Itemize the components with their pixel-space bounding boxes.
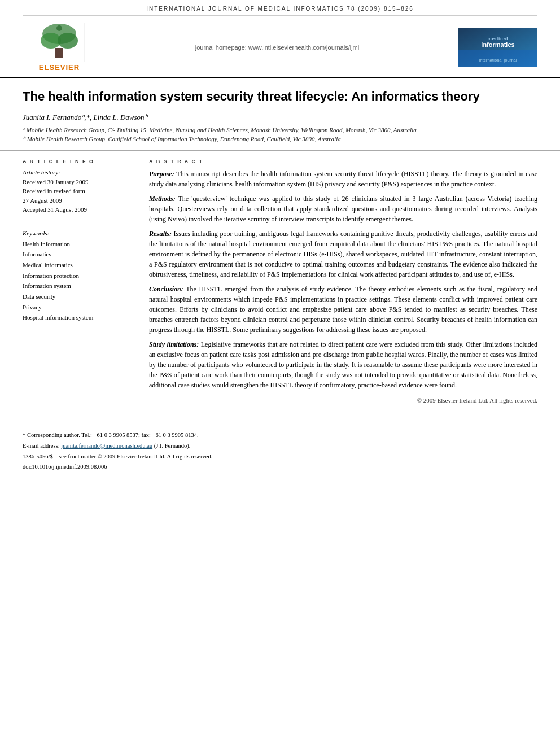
keyword-5: Information system — [23, 281, 127, 291]
elsevier-logo: ELSEVIER — [23, 23, 96, 72]
header-section: ELSEVIER journal homepage: www.intl.else… — [0, 16, 560, 78]
journal-logo-image: medical informatics international journa… — [458, 28, 537, 67]
keywords-label: Keywords: — [23, 230, 127, 237]
keyword-7: Privacy — [23, 302, 127, 313]
email-link[interactable]: juanita.fernando@med.monash.edu.au — [61, 443, 152, 449]
abstract-section: Purpose: This manuscript describes the h… — [149, 169, 537, 405]
svg-rect-4 — [55, 48, 63, 58]
keyword-6: Data security — [23, 291, 127, 302]
purpose-text: This manuscript describes the health inf… — [149, 170, 537, 188]
svg-text:international journal: international journal — [479, 58, 517, 63]
limitations-text: Legislative frameworks that are not rela… — [149, 340, 537, 389]
revised-date2: 27 August 2009 — [23, 196, 127, 206]
received-date: Received 30 January 2009 — [23, 177, 127, 187]
article-info-label: A R T I C L E I N F O — [23, 159, 127, 164]
accepted-date: Accepted 31 August 2009 — [23, 205, 127, 215]
abstract-conclusion: Conclusion: The HISSTL emerged from the … — [149, 284, 537, 335]
elsevier-tree-icon — [34, 23, 85, 62]
affiliation-b: ᵇ Mobile Health Research Group, Caulfiel… — [23, 136, 537, 143]
keywords-section: Keywords: Health information Informatics… — [23, 230, 127, 324]
right-column: A B S T R A C T Purpose: This manuscript… — [147, 159, 537, 405]
limitations-label: Study limitations: — [149, 340, 199, 348]
info-divider — [23, 224, 127, 224]
svg-point-3 — [58, 33, 78, 49]
abstract-results: Results: Issues including poor training,… — [149, 229, 537, 279]
email-line: E-mail address: juanita.fernando@med.mon… — [23, 442, 537, 451]
conclusion-label: Conclusion: — [149, 285, 183, 293]
journal-logo-box: medical informatics international journa… — [458, 28, 537, 67]
page: INTERNATIONAL JOURNAL OF MEDICAL INFORMA… — [0, 0, 560, 747]
journal-title-bar: INTERNATIONAL JOURNAL OF MEDICAL INFORMA… — [146, 6, 414, 12]
footer-section: * Corresponding author. Tel.: +61 0 3 99… — [0, 413, 560, 479]
copyright-line: © 2009 Elsevier Ireland Ltd. All rights … — [149, 396, 537, 405]
svg-point-5 — [56, 25, 62, 31]
affiliation-a: ᵃ Mobile Health Research Group, C/- Buil… — [23, 126, 537, 134]
article-title-section: The health information system security t… — [0, 78, 560, 151]
abstract-methods: Methods: The 'questerview' technique was… — [149, 194, 537, 224]
email-suffix: (J.I. Fernando). — [154, 443, 191, 449]
elsevier-brand-text: ELSEVIER — [39, 63, 80, 72]
author-names: Juanita I. Fernandoᵃ,*, Linda L. Dawsonᵇ — [23, 113, 148, 121]
abstract-label: A B S T R A C T — [149, 159, 537, 164]
rights-line: 1386-5056/$ – see front matter © 2009 El… — [23, 452, 537, 461]
purpose-label: Purpose: — [149, 170, 174, 178]
doi-line: doi:10.1016/j.ijmedinf.2009.08.006 — [23, 462, 537, 471]
content-section: A R T I C L E I N F O Article history: R… — [0, 151, 560, 405]
svg-text:informatics: informatics — [481, 41, 514, 48]
methods-text: The 'questerview' technique was applied … — [149, 195, 537, 223]
results-text: Issues including poor training, ambiguou… — [149, 230, 537, 278]
revised-date: Received in revised form — [23, 186, 127, 196]
svg-text:medical: medical — [488, 36, 509, 41]
article-history: Article history: Received 30 January 200… — [23, 169, 127, 215]
keyword-2: Informatics — [23, 249, 127, 260]
journal-header: INTERNATIONAL JOURNAL OF MEDICAL INFORMA… — [23, 0, 537, 16]
keyword-3: Medical informatics — [23, 260, 127, 270]
footer-divider — [23, 425, 537, 425]
email-label: E-mail address: — [23, 443, 60, 449]
conclusion-text: The HISSTL emerged from the analysis of … — [149, 285, 537, 334]
abstract-purpose: Purpose: This manuscript describes the h… — [149, 169, 537, 189]
history-label: Article history: — [23, 169, 127, 176]
authors: Juanita I. Fernandoᵃ,*, Linda L. Dawsonᵇ — [23, 113, 537, 122]
journal-homepage: journal homepage: www.intl.elsevierhealt… — [96, 44, 458, 51]
methods-label: Methods: — [149, 195, 176, 203]
keyword-4: Information protection — [23, 270, 127, 281]
corresponding-note: * Corresponding author. Tel.: +61 0 3 99… — [23, 431, 537, 440]
homepage-label: journal homepage: www.intl.elsevierhealt… — [195, 44, 359, 51]
abstract-limitations: Study limitations: Legislative framework… — [149, 339, 537, 390]
results-label: Results: — [149, 230, 172, 238]
article-title: The health information system security t… — [23, 89, 537, 105]
keyword-1: Health information — [23, 239, 127, 250]
keyword-8: Hospital information system — [23, 312, 127, 323]
left-column: A R T I C L E I N F O Article history: R… — [23, 159, 135, 405]
